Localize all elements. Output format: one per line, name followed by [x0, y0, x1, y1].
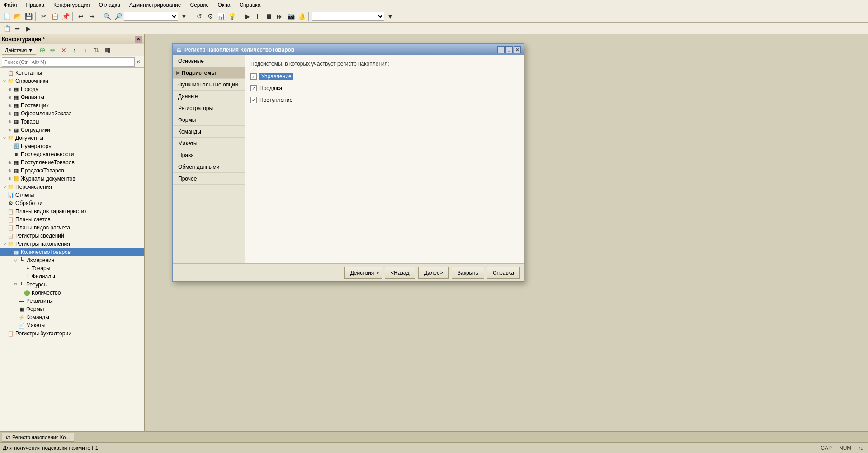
modal-nav-item[interactable]: Права [173, 149, 245, 161]
tb-btn2[interactable]: ⚙ [205, 11, 215, 21]
modal-nav-item[interactable]: Обмен данными [173, 161, 245, 173]
tree-item[interactable]: ⊕ ▦ ПродажаТоваров [0, 167, 144, 175]
tree-item[interactable]: ▽ └ Измерения [0, 256, 144, 264]
tree-item[interactable]: 📋 Планы видов расчета [0, 224, 144, 232]
modal-nav-item[interactable]: Макеты [173, 138, 245, 149]
save-button[interactable]: 💾 [24, 11, 33, 21]
action-edit-btn[interactable]: ✏ [48, 45, 58, 55]
modal-nav-item[interactable]: Команды [173, 126, 245, 138]
menu-service[interactable]: Сервис [188, 1, 210, 9]
undo-button[interactable]: ↩ [76, 11, 86, 21]
modal-nav-item[interactable]: ▶ Подсистемы [173, 67, 245, 79]
toolbar-combo2[interactable] [312, 12, 384, 21]
tree-item[interactable]: 📋 Планы счетов [0, 215, 144, 224]
copy-button[interactable]: 📋 [50, 11, 60, 21]
tree-item[interactable]: ▽ └ Ресурсы [0, 281, 144, 289]
paste-button[interactable]: 📌 [61, 11, 71, 21]
tb-btn10[interactable]: 🔔 [297, 11, 307, 21]
menu-config[interactable]: Конфигурация [52, 1, 92, 9]
tree-item[interactable]: 📄 Макеты [0, 321, 144, 329]
menu-debug[interactable]: Отладка [97, 1, 122, 9]
tree-item[interactable]: 📋 Планы видов характеристик [0, 207, 144, 215]
cut-button[interactable]: ✂ [39, 11, 49, 21]
subsystem-checkbox[interactable] [250, 73, 257, 80]
tree-item[interactable]: ▽ 📁 Документы [0, 134, 144, 142]
tree-item[interactable]: ⚙ Обработки [0, 199, 144, 207]
open-button[interactable]: 📂 [13, 11, 23, 21]
menu-help[interactable]: Справка [237, 1, 262, 9]
tree-item[interactable]: └ Товары [0, 264, 144, 272]
action-down-btn[interactable]: ↓ [80, 45, 90, 55]
modal-nav-item[interactable]: Функциональные опции [173, 79, 245, 91]
tree-item[interactable]: ⊕ ▦ Товары [0, 118, 144, 126]
close-button[interactable]: Закрыть [452, 267, 484, 279]
tree-item[interactable]: ▽ ▦ КоличествоТоваров [0, 248, 144, 256]
back-button[interactable]: <Назад [385, 267, 415, 279]
tb-btn6[interactable]: ⏸ [253, 11, 263, 21]
new-button[interactable]: 📄 [2, 11, 12, 21]
tree-item[interactable]: ⊕ ▦ Сотрудники [0, 126, 144, 134]
tree-item[interactable]: ⊕ ▦ ПоступлениеТоваров [0, 158, 144, 167]
tb-btn1[interactable]: ↺ [194, 11, 204, 21]
tree-item[interactable]: ⊕ ▦ Поставщик [0, 101, 144, 110]
tree-item[interactable]: 📊 Отчеты [0, 191, 144, 199]
tree-item[interactable]: 📋 Регистры сведений [0, 232, 144, 240]
action-filter-btn[interactable]: ▦ [102, 45, 112, 55]
config-close-button[interactable]: ✕ [135, 36, 142, 43]
subsystem-checkbox[interactable] [250, 97, 257, 103]
search-clear-button[interactable]: ✕ [135, 58, 142, 66]
tb-btn8[interactable]: ⏭ [275, 11, 285, 21]
next-button[interactable]: Далее> [418, 267, 449, 279]
tree-item[interactable]: ▽ 📁 Справочники [0, 77, 144, 85]
tree-item[interactable]: ▽ 📁 Перечисления [0, 183, 144, 191]
tree-item[interactable]: ⊕ ▦ Города [0, 85, 144, 93]
tb-btn7[interactable]: ⏹ [264, 11, 274, 21]
subsystem-checkbox[interactable] [250, 85, 257, 91]
modal-minimize-button[interactable]: _ [497, 46, 505, 53]
modal-nav-item[interactable]: Регистраторы [173, 102, 245, 114]
redo-button[interactable]: ↪ [87, 11, 97, 21]
toolbar-combo[interactable] [124, 12, 178, 21]
actions-dropdown[interactable]: Действия ▼ [2, 46, 36, 55]
tree-item[interactable]: 📋 Константы [0, 69, 144, 77]
taskbar-item[interactable]: 🗂Регистр накопления Ко... [2, 433, 74, 442]
modal-nav-item[interactable]: Формы [173, 114, 245, 126]
modal-nav-item[interactable]: Прочее [173, 173, 245, 185]
tb-btn3[interactable]: 📊 [216, 11, 226, 21]
search-input[interactable] [2, 57, 135, 67]
actions-button[interactable]: Действия▼ [344, 267, 382, 279]
zoom-button[interactable]: 🔎 [113, 11, 123, 21]
modal-maximize-button[interactable]: □ [505, 46, 513, 53]
tree-item[interactable]: └ Филиалы [0, 272, 144, 281]
tb-btn9[interactable]: 📷 [286, 11, 296, 21]
menu-admin[interactable]: Администрирование [127, 1, 183, 9]
modal-nav-item[interactable]: Данные [173, 91, 245, 102]
tb-btn5[interactable]: ▶ [242, 11, 252, 21]
menu-edit[interactable]: Правка [24, 1, 47, 9]
tb2-btn1[interactable]: 📋 [2, 24, 12, 33]
action-sort-btn[interactable]: ⇅ [91, 45, 101, 55]
menu-windows[interactable]: Окна [216, 1, 232, 9]
tree-item[interactable]: ▽ 📁 Регистры накопления [0, 240, 144, 248]
tb2-btn2[interactable]: ➡ [13, 24, 23, 33]
tb2-btn3[interactable]: ▶ [24, 24, 33, 33]
combo-arrow[interactable]: ▼ [179, 11, 189, 21]
tree-item[interactable]: ≡ Последовательности [0, 150, 144, 158]
find-button[interactable]: 🔍 [102, 11, 112, 21]
modal-close-button[interactable]: ✕ [514, 46, 521, 53]
tree-item[interactable]: 🔢 Нумераторы [0, 142, 144, 150]
tree-item[interactable]: ⚡ Команды [0, 313, 144, 321]
tree-item[interactable]: 📋 Регистры бухгалтерии [0, 329, 144, 338]
action-up-btn[interactable]: ↑ [70, 45, 80, 55]
tree-item[interactable]: ⊕ ▦ ОформлениеЗаказа [0, 110, 144, 118]
tree-item[interactable]: ▦ Формы [0, 305, 144, 313]
action-add-btn[interactable]: ⊕ [37, 45, 47, 55]
tree-item[interactable]: ⊕ ▦ Филиалы [0, 93, 144, 101]
action-delete-btn[interactable]: ✕ [59, 45, 69, 55]
tree-item[interactable]: — Реквизиты [0, 297, 144, 305]
tree-item[interactable]: ⊕ 📒 Журналы документов [0, 175, 144, 183]
tb-btn4[interactable]: 💡 [227, 11, 237, 21]
combo2-arrow[interactable]: ▼ [385, 11, 395, 21]
tree-item[interactable]: 🟢 Количество [0, 289, 144, 297]
modal-nav-item[interactable]: Основные [173, 55, 245, 67]
